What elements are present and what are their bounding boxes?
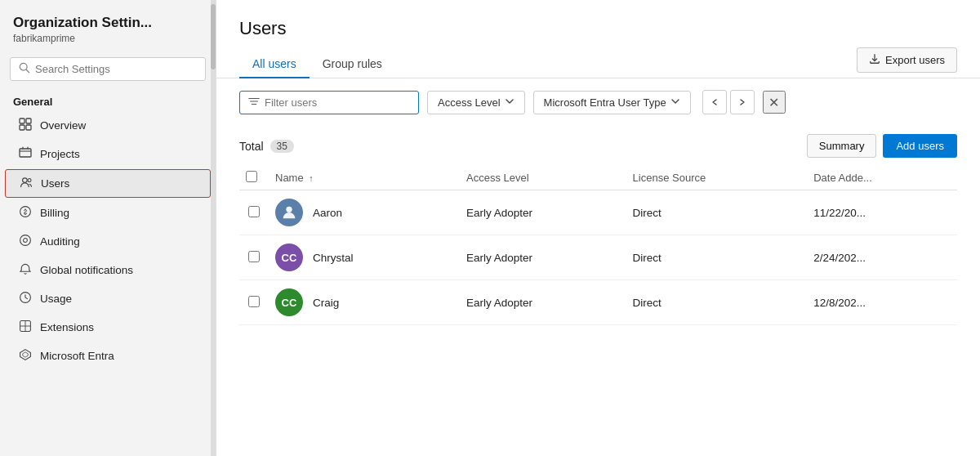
license-source-craig: Direct: [626, 280, 808, 325]
filter-close-button[interactable]: ✕: [763, 91, 786, 114]
access-level-chrystal: Early Adopter: [460, 235, 626, 280]
avatar-initials-chrystal: CC: [282, 252, 297, 264]
sidebar-subtitle: fabrikamprime: [13, 33, 203, 44]
summary-button[interactable]: Summary: [807, 134, 877, 158]
row-checkbox-craig[interactable]: [248, 296, 260, 307]
action-buttons: Summary Add users: [807, 134, 957, 158]
sidebar-item-auditing[interactable]: Auditing: [5, 228, 211, 255]
table-area: Total 35 Summary Add users Name ↑: [216, 126, 980, 456]
scrollbar-thumb: [211, 4, 216, 69]
access-level-label: Access Level: [438, 96, 501, 109]
nav-next-button[interactable]: [730, 90, 755, 114]
sidebar-title: Organization Settin...: [13, 15, 203, 31]
date-added-column-label: Date Adde...: [813, 172, 872, 184]
access-level-chevron-icon: [505, 96, 514, 109]
table-body: Aaron Early Adopter Direct 11/22/20...: [239, 190, 957, 325]
row-select-aaron[interactable]: [239, 190, 269, 235]
license-source-aaron: Direct: [626, 190, 808, 235]
table-header: Name ↑ Access Level License Source Date …: [239, 164, 957, 190]
svg-point-14: [24, 239, 28, 243]
total-text: Total: [239, 140, 264, 153]
row-checkbox-chrystal[interactable]: [248, 251, 260, 262]
add-users-button[interactable]: Add users: [883, 134, 957, 158]
entra-user-type-dropdown[interactable]: Microsoft Entra User Type: [533, 91, 691, 114]
svg-marker-20: [23, 352, 28, 357]
notifications-icon: [18, 262, 33, 278]
sidebar-item-users[interactable]: Users: [5, 169, 211, 198]
sidebar-item-notifications-label: Global notifications: [40, 264, 133, 276]
billing-icon: [18, 205, 33, 221]
sidebar-search-icon: [19, 62, 30, 76]
tabs-bar: All users Group rules Export users: [216, 47, 980, 78]
microsoft-entra-icon: [18, 348, 33, 364]
select-all-checkbox[interactable]: [246, 171, 257, 182]
avatar-craig: CC: [275, 288, 303, 316]
filter-users-input[interactable]: [265, 96, 410, 109]
name-sort-icon: ↑: [309, 173, 314, 183]
sidebar-item-users-label: Users: [41, 177, 69, 190]
sidebar-item-usage[interactable]: Usage: [5, 285, 211, 312]
svg-point-10: [23, 178, 28, 183]
export-icon: [869, 53, 880, 67]
sidebar-item-microsoft-entra[interactable]: Microsoft Entra: [5, 342, 211, 369]
usage-icon: [18, 291, 33, 306]
license-source-column-label: License Source: [633, 172, 706, 184]
svg-line-1: [26, 69, 29, 73]
filter-bar: Access Level Microsoft Entra User Type: [216, 78, 980, 126]
filter-input-wrap[interactable]: [239, 91, 419, 114]
table-header-license-source: License Source: [626, 164, 808, 190]
nav-prev-button[interactable]: [702, 90, 727, 114]
sidebar-item-projects-label: Projects: [40, 148, 80, 160]
total-label: Total 35: [239, 140, 294, 153]
row-checkbox-aaron[interactable]: [248, 206, 260, 217]
avatar-chrystal: CC: [275, 244, 303, 271]
access-level-aaron: Early Adopter: [460, 190, 626, 235]
table-row: CC Chrystal Early Adopter Direct 2/24/20…: [239, 235, 957, 280]
user-cell-inner-craig: CC Craig: [275, 288, 453, 316]
sidebar-item-extensions[interactable]: Extensions: [5, 314, 211, 341]
name-column-label: Name: [275, 172, 304, 184]
user-name-aaron: Aaron: [313, 207, 342, 219]
sidebar-item-billing[interactable]: Billing: [5, 199, 211, 226]
user-cell-aaron: Aaron: [269, 190, 460, 235]
sidebar-section-general: General: [0, 87, 216, 111]
export-users-button[interactable]: Export users: [857, 47, 957, 73]
access-level-dropdown[interactable]: Access Level: [427, 91, 525, 114]
user-cell-inner-aaron: Aaron: [275, 199, 453, 226]
table-row: CC Craig Early Adopter Direct 12/8/202..…: [239, 280, 957, 325]
user-name-craig: Craig: [313, 297, 339, 309]
filter-icon: [248, 96, 260, 110]
svg-rect-4: [20, 125, 24, 130]
date-added-craig: 12/8/202...: [807, 280, 957, 325]
sidebar-item-notifications[interactable]: Global notifications: [5, 257, 211, 284]
sidebar-item-billing-label: Billing: [40, 207, 69, 219]
user-name-chrystal: Chrystal: [313, 252, 354, 264]
table-header-name: Name ↑: [269, 164, 460, 190]
entra-user-type-label: Microsoft Entra User Type: [544, 96, 666, 109]
tab-group-rules[interactable]: Group rules: [310, 51, 395, 78]
sidebar-scrollbar[interactable]: [211, 0, 216, 456]
total-count-badge: 35: [270, 140, 294, 153]
sidebar-item-projects[interactable]: Projects: [5, 141, 211, 168]
sidebar-header: Organization Settin... fabrikamprime: [0, 0, 216, 49]
avatar-aaron: [275, 199, 303, 226]
row-select-chrystal[interactable]: [239, 235, 269, 280]
sidebar-item-overview-label: Overview: [40, 119, 86, 132]
sidebar: Organization Settin... fabrikamprime Gen…: [0, 0, 216, 456]
sidebar-search-input[interactable]: [35, 63, 197, 75]
page-title: Users: [239, 18, 957, 39]
sidebar-item-overview[interactable]: Overview: [5, 112, 211, 139]
table-header-access-level: Access Level: [460, 164, 626, 190]
access-level-craig: Early Adopter: [460, 280, 626, 325]
access-level-column-label: Access Level: [466, 172, 529, 184]
auditing-icon: [18, 234, 33, 249]
sidebar-item-microsoft-entra-label: Microsoft Entra: [40, 350, 114, 362]
overview-icon: [18, 118, 33, 133]
entra-user-type-chevron-icon: [670, 96, 680, 109]
row-select-craig[interactable]: [239, 280, 269, 325]
svg-rect-6: [20, 149, 31, 157]
sidebar-search-wrap[interactable]: [10, 57, 206, 81]
date-added-chrystal: 2/24/202...: [807, 235, 957, 280]
svg-rect-3: [26, 118, 31, 123]
tab-all-users[interactable]: All users: [239, 51, 310, 78]
